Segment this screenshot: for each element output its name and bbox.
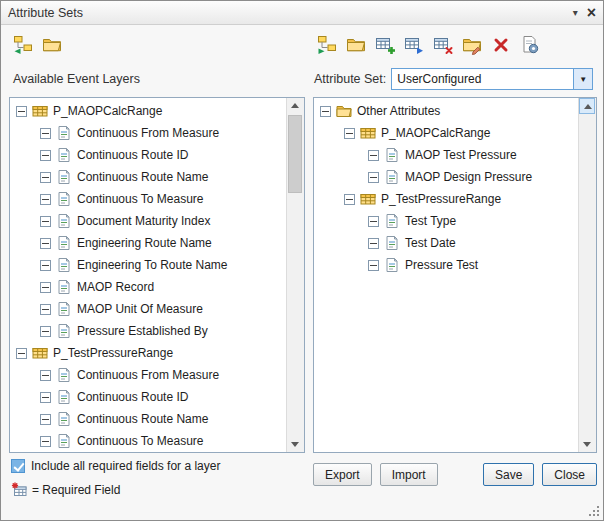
add-attribute-set-icon[interactable] [317, 35, 337, 55]
delete-attribute-set-icon[interactable] [491, 35, 511, 55]
collapse-icon[interactable] [320, 106, 331, 117]
collapse-icon[interactable] [368, 260, 379, 271]
attribute-set-dropdown-value: UserConfigured [392, 72, 481, 86]
tree-item-continuous-route-id[interactable]: Continuous Route ID [10, 386, 286, 408]
tree-item-test-type[interactable]: Test Type [314, 210, 578, 232]
tree-item-p-testpressurerange[interactable]: P_TestPressureRange [314, 188, 578, 210]
collapse-icon[interactable] [368, 150, 379, 161]
new-group-icon[interactable] [346, 35, 366, 55]
collapse-icon[interactable] [368, 238, 379, 249]
close-icon[interactable]: × [587, 5, 596, 21]
tree-item-other-attributes[interactable]: Other Attributes [314, 100, 578, 122]
collapse-icon[interactable] [40, 260, 51, 271]
scroll-up-icon[interactable] [287, 98, 303, 114]
attribute-set-properties-icon[interactable] [520, 35, 540, 55]
open-attribute-set-folder-icon[interactable] [42, 35, 62, 55]
tree-item-continuous-route-name[interactable]: Continuous Route Name [10, 408, 286, 430]
field-icon [56, 147, 72, 163]
edit-attribute-set-icon[interactable] [462, 35, 482, 55]
attribute-set-label: Attribute Set: [314, 72, 386, 86]
collapse-icon[interactable] [40, 194, 51, 205]
include-required-fields-label: Include all required fields for a layer [31, 459, 220, 473]
collapse-icon[interactable] [344, 128, 355, 139]
collapse-icon[interactable] [40, 304, 51, 315]
tree-item-engineering-to-route-name[interactable]: Engineering To Route Name [10, 254, 286, 276]
include-required-fields-checkbox[interactable] [11, 459, 25, 473]
attribute-set-dropdown[interactable]: UserConfigured ▼ [391, 68, 593, 90]
tree-item-test-date[interactable]: Test Date [314, 232, 578, 254]
required-field-icon [11, 482, 27, 498]
tree-item-label: P_MAOPCalcRange [381, 126, 490, 140]
collapse-icon[interactable] [40, 414, 51, 425]
scroll-down-icon[interactable] [287, 436, 303, 452]
dialog-menu-icon[interactable]: ▾ [573, 8, 578, 18]
add-field-icon[interactable] [375, 35, 395, 55]
export-button[interactable]: Export [313, 463, 372, 486]
field-icon [56, 125, 72, 141]
collapse-icon[interactable] [40, 172, 51, 183]
collapse-icon[interactable] [16, 348, 27, 359]
dropdown-arrow-icon[interactable]: ▼ [573, 69, 592, 89]
collapse-icon[interactable] [344, 194, 355, 205]
titlebar[interactable]: Attribute Sets ▾ × [1, 1, 603, 25]
tree-item-continuous-to-measure[interactable]: Continuous To Measure [10, 188, 286, 210]
collapse-icon[interactable] [16, 106, 27, 117]
tree-item-engineering-route-name[interactable]: Engineering Route Name [10, 232, 286, 254]
collapse-icon[interactable] [40, 392, 51, 403]
tree-item-maop-record[interactable]: MAOP Record [10, 276, 286, 298]
tree-item-label: Pressure Established By [77, 324, 208, 338]
field-icon [384, 169, 400, 185]
tree-item-continuous-route-name[interactable]: Continuous Route Name [10, 166, 286, 188]
attribute-set-panel: Other AttributesP_MAOPCalcRangeMAOP Test… [313, 97, 597, 453]
field-icon [384, 213, 400, 229]
tree-item-maop-test-pressure[interactable]: MAOP Test Pressure [314, 144, 578, 166]
field-icon [56, 411, 72, 427]
resize-grip[interactable] [587, 504, 599, 516]
tree-item-p-maopcalcrange[interactable]: P_MAOPCalcRange [10, 100, 286, 122]
attribute-set-tree: Other AttributesP_MAOPCalcRangeMAOP Test… [314, 100, 578, 452]
tree-item-maop-design-pressure[interactable]: MAOP Design Pressure [314, 166, 578, 188]
collapse-icon[interactable] [40, 436, 51, 447]
field-icon [56, 257, 72, 273]
collapse-icon[interactable] [40, 150, 51, 161]
left-panel-scrollbar[interactable] [286, 98, 304, 452]
tree-item-p-maopcalcrange[interactable]: P_MAOPCalcRange [314, 122, 578, 144]
collapse-icon[interactable] [40, 370, 51, 381]
tree-item-p-testpressurerange[interactable]: P_TestPressureRange [10, 342, 286, 364]
new-attribute-set-icon[interactable] [13, 35, 33, 55]
collapse-icon[interactable] [368, 216, 379, 227]
tree-item-continuous-route-id[interactable]: Continuous Route ID [10, 144, 286, 166]
remove-field-icon[interactable] [433, 35, 453, 55]
layer-icon [360, 191, 376, 207]
available-layers-tree: P_MAOPCalcRangeContinuous From MeasureCo… [10, 100, 286, 452]
tree-item-continuous-to-measure[interactable]: Continuous To Measure [10, 430, 286, 452]
scroll-down-icon[interactable] [579, 436, 595, 452]
tree-item-pressure-test[interactable]: Pressure Test [314, 254, 578, 276]
collapse-icon[interactable] [40, 238, 51, 249]
tree-item-label: Engineering To Route Name [77, 258, 228, 272]
collapse-icon[interactable] [40, 128, 51, 139]
tree-item-pressure-established-by[interactable]: Pressure Established By [10, 320, 286, 342]
scroll-thumb[interactable] [288, 115, 302, 193]
collapse-icon[interactable] [368, 172, 379, 183]
tree-item-label: Pressure Test [405, 258, 478, 272]
close-button[interactable]: Close [542, 463, 597, 486]
window-title: Attribute Sets [8, 6, 83, 20]
collapse-icon[interactable] [40, 216, 51, 227]
titlebar-controls: ▾ × [573, 5, 596, 21]
scroll-up-icon[interactable] [579, 98, 595, 114]
tree-item-label: Continuous Route Name [77, 170, 208, 184]
attribute-sets-dialog: Attribute Sets ▾ × Available Event Layer… [0, 0, 604, 521]
tree-item-continuous-from-measure[interactable]: Continuous From Measure [10, 364, 286, 386]
tree-item-document-maturity-index[interactable]: Document Maturity Index [10, 210, 286, 232]
save-button[interactable]: Save [483, 463, 534, 486]
field-icon [56, 235, 72, 251]
right-panel-scrollbar[interactable] [578, 98, 596, 452]
collapse-icon[interactable] [40, 326, 51, 337]
tree-item-maop-unit-of-measure[interactable]: MAOP Unit Of Measure [10, 298, 286, 320]
move-field-icon[interactable] [404, 35, 424, 55]
collapse-icon[interactable] [40, 282, 51, 293]
tree-item-continuous-from-measure[interactable]: Continuous From Measure [10, 122, 286, 144]
import-button[interactable]: Import [380, 463, 438, 486]
tree-item-label: Test Date [405, 236, 456, 250]
